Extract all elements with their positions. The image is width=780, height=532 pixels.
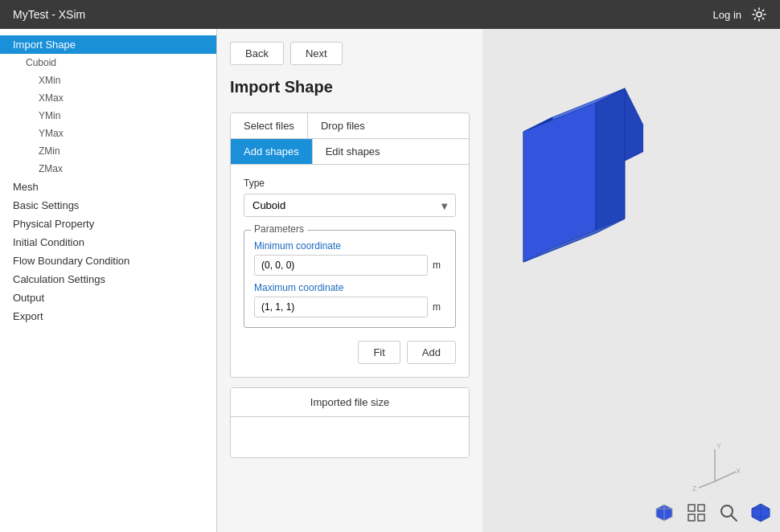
- min-coord-input[interactable]: [254, 255, 428, 276]
- import-card: Select files Drop files Add shapes Edit …: [230, 113, 470, 378]
- max-coord-row: m: [254, 297, 445, 317]
- svg-rect-19: [688, 514, 695, 521]
- 3d-shape-icon[interactable]: [748, 500, 774, 526]
- sidebar-item-basic-settings[interactable]: Basic Settings: [0, 196, 216, 215]
- action-buttons: Fit Add: [244, 341, 456, 364]
- viewport[interactable]: Y X Z: [482, 29, 780, 532]
- sidebar-item-xmax[interactable]: XMax: [0, 89, 216, 107]
- topbar-right: Log in: [713, 6, 767, 23]
- params-group: Parameters Minimum coordinate m Maximum …: [244, 230, 456, 328]
- tab-row-1: Select files Drop files: [231, 113, 469, 139]
- nav-buttons: Back Next: [230, 42, 470, 65]
- tab-select-files[interactable]: Select files: [231, 113, 308, 138]
- type-select-wrapper: Cuboid Sphere Cylinder ▼: [244, 194, 456, 217]
- fit-button[interactable]: Fit: [358, 341, 400, 364]
- card-body: Type Cuboid Sphere Cylinder ▼ Parameters…: [231, 165, 469, 377]
- svg-marker-6: [596, 88, 625, 233]
- content-area: Back Next Import Shape Select files Drop…: [217, 29, 780, 532]
- svg-text:Y: Y: [716, 442, 721, 450]
- sidebar-item-zmax[interactable]: ZMax: [0, 160, 216, 178]
- file-size-header: Imported file size: [231, 388, 469, 417]
- svg-rect-20: [698, 514, 704, 521]
- max-coord-unit: m: [433, 301, 445, 313]
- tab-edit-shapes[interactable]: Edit shapes: [313, 139, 393, 164]
- type-select[interactable]: Cuboid Sphere Cylinder: [244, 194, 456, 217]
- sidebar: Import Shape Cuboid XMin XMax YMin YMax …: [0, 29, 217, 532]
- topbar: MyTest - XSim Log in: [0, 0, 780, 29]
- type-label: Type: [244, 178, 456, 189]
- min-coord-label: Minimum coordinate: [254, 240, 445, 252]
- grid-icon[interactable]: [684, 500, 709, 526]
- svg-text:X: X: [736, 467, 741, 475]
- file-size-section: Imported file size: [230, 387, 470, 458]
- svg-text:Z: Z: [692, 485, 697, 493]
- add-button[interactable]: Add: [407, 341, 456, 364]
- center-panel: Back Next Import Shape Select files Drop…: [217, 29, 482, 532]
- min-coord-row: m: [254, 255, 445, 276]
- sidebar-item-calculation-settings[interactable]: Calculation Settings: [0, 270, 216, 289]
- svg-line-12: [699, 481, 715, 488]
- sidebar-item-zmin[interactable]: ZMin: [0, 142, 216, 160]
- sidebar-item-export[interactable]: Export: [0, 307, 216, 325]
- sidebar-item-flow-boundary-condition[interactable]: Flow Boundary Condition: [0, 252, 216, 270]
- panel-title: Import Shape: [230, 78, 470, 96]
- tab-drop-files[interactable]: Drop files: [308, 113, 378, 138]
- sidebar-item-mesh[interactable]: Mesh: [0, 178, 216, 196]
- cube-icon[interactable]: [651, 500, 677, 526]
- svg-point-0: [757, 12, 762, 17]
- 3d-cube-svg: [491, 45, 643, 334]
- svg-line-22: [731, 515, 737, 521]
- sidebar-item-ymin[interactable]: YMin: [0, 107, 216, 125]
- next-button[interactable]: Next: [290, 42, 343, 65]
- min-coord-unit: m: [433, 260, 445, 271]
- sidebar-item-import-shape[interactable]: Import Shape: [0, 35, 216, 54]
- sidebar-item-output[interactable]: Output: [0, 289, 216, 307]
- svg-rect-17: [688, 505, 695, 511]
- login-button[interactable]: Log in: [713, 9, 741, 21]
- sidebar-item-cuboid[interactable]: Cuboid: [0, 54, 216, 72]
- max-coord-input[interactable]: [254, 297, 428, 317]
- back-button[interactable]: Back: [230, 42, 284, 65]
- viewport-toolbar: [651, 500, 774, 526]
- file-size-body: [231, 417, 469, 457]
- sidebar-item-initial-condition[interactable]: Initial Condition: [0, 233, 216, 252]
- main-layout: Import Shape Cuboid XMin XMax YMin YMax …: [0, 29, 780, 532]
- tab-row-2: Add shapes Edit shapes: [231, 139, 469, 165]
- sidebar-item-physical-property[interactable]: Physical Property: [0, 215, 216, 233]
- app-title: MyTest - XSim: [13, 8, 85, 21]
- gear-icon[interactable]: [751, 6, 767, 23]
- sidebar-item-xmin[interactable]: XMin: [0, 72, 216, 89]
- sidebar-item-ymax[interactable]: YMax: [0, 125, 216, 142]
- params-legend: Parameters: [251, 223, 307, 235]
- axis-indicator: Y X Z: [689, 441, 741, 493]
- max-coord-label: Maximum coordinate: [254, 282, 445, 293]
- tab-add-shapes[interactable]: Add shapes: [231, 139, 313, 164]
- svg-line-10: [715, 472, 736, 481]
- search-icon[interactable]: [716, 500, 741, 526]
- svg-rect-18: [698, 505, 704, 511]
